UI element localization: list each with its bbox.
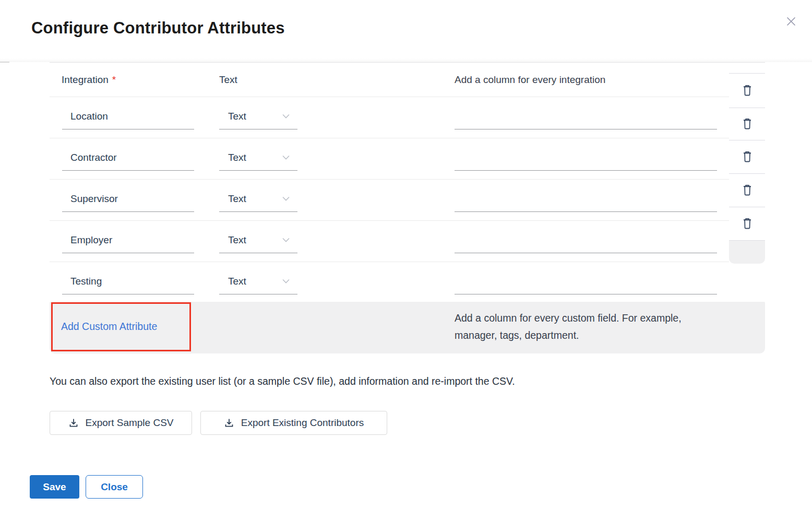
trash-icon [742,85,753,97]
export-existing-contributors-button[interactable]: Export Existing Contributors [200,411,387,435]
export-sample-csv-button[interactable]: Export Sample CSV [50,411,192,435]
export-existing-contributors-label: Export Existing Contributors [241,417,364,429]
attribute-name-input[interactable]: Testing [62,269,194,294]
download-icon [68,418,79,428]
attribute-type-dropdown[interactable]: Text [219,186,297,212]
attribute-type-value: Text [228,111,246,122]
table-row: Location Text [50,97,729,138]
delete-row-button[interactable] [729,73,765,108]
table-row: Employer Text [50,221,729,262]
attribute-type-value: Text [228,152,246,163]
attribute-column-input[interactable] [455,269,717,294]
export-sample-csv-label: Export Sample CSV [86,417,174,429]
delete-row-button[interactable] [729,140,765,173]
delete-row-button[interactable] [729,108,765,140]
attribute-column-input[interactable] [455,145,717,171]
attribute-type-dropdown[interactable]: Text [219,228,297,253]
attribute-type-dropdown[interactable]: Text [219,145,297,171]
delete-row-button[interactable] [729,207,765,240]
attribute-type-value: Text [228,234,246,246]
attribute-type-dropdown[interactable]: Text [219,269,297,294]
table-row-integration: Integration * Text Add a column for ever… [50,63,729,97]
header-divider-fragment [0,62,9,63]
delete-column-gray-cell [729,240,765,264]
attribute-column-input[interactable] [455,186,717,212]
attribute-column-input[interactable] [455,104,717,129]
header-shadow [0,58,812,62]
trash-icon [742,118,753,130]
integration-type-label: Text [219,63,237,97]
attribute-column-input[interactable] [455,228,717,253]
attributes-table: Integration * Text Add a column for ever… [50,63,729,302]
add-custom-attribute-link[interactable]: Add Custom Attribute [61,302,157,351]
attribute-type-value: Text [228,276,246,287]
add-custom-attribute-row: Add Custom Attribute Add a column for ev… [50,302,765,353]
chevron-down-icon [282,279,290,284]
trash-icon [742,151,753,163]
save-button[interactable]: Save [30,475,79,499]
trash-icon [742,184,753,196]
page-title: Configure Contributor Attributes [31,19,285,38]
chevron-down-icon [282,155,290,160]
configure-contributor-attributes-modal: Configure Contributor Attributes Integra… [0,0,812,520]
attribute-name-input[interactable]: Employer [62,228,194,253]
integration-label: Integration [62,74,109,86]
attribute-name-input[interactable]: Location [62,104,194,129]
trash-icon [742,218,753,230]
chevron-down-icon [282,114,290,119]
required-asterisk: * [112,74,116,86]
integration-description: Add a column for every integration [455,63,605,97]
close-icon[interactable] [784,14,798,29]
chevron-down-icon [282,238,290,243]
table-row: Testing Text [50,262,729,302]
delete-row-button[interactable] [729,173,765,207]
attribute-name-input[interactable]: Contractor [62,145,194,171]
table-row: Contractor Text [50,138,729,180]
chevron-down-icon [282,196,290,202]
attribute-type-value: Text [228,193,246,205]
close-button[interactable]: Close [86,475,143,499]
attribute-type-dropdown[interactable]: Text [219,104,297,129]
download-icon [224,418,234,428]
table-row: Supervisor Text [50,180,729,221]
export-hint-text: You can also export the existing user li… [50,375,515,387]
attribute-name-input[interactable]: Supervisor [62,186,194,212]
custom-attribute-description: Add a column for every custom field. For… [455,310,718,344]
